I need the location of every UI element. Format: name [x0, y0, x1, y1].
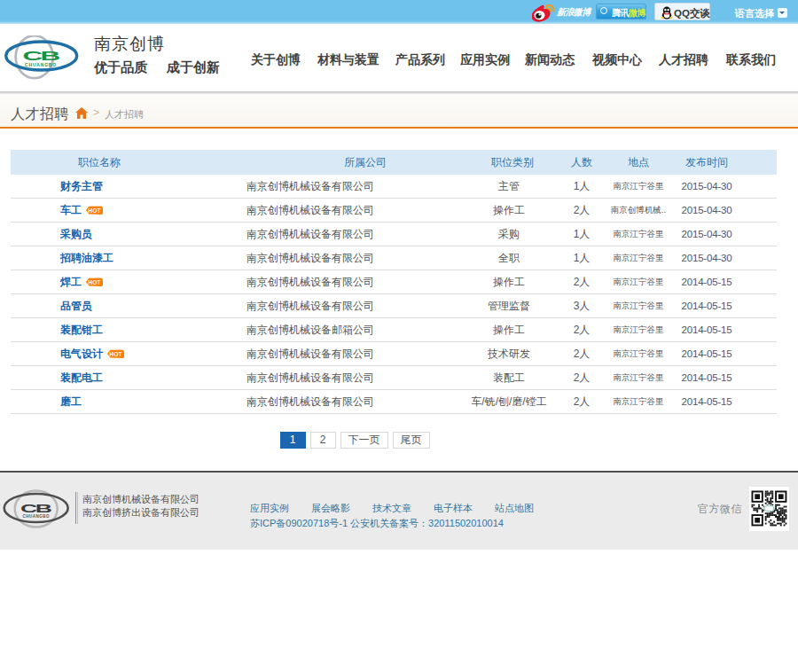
svg-text:CB: CB: [23, 49, 60, 63]
svg-text:CHUANGBO: CHUANGBO: [25, 62, 57, 67]
svg-text:CHUANGBO: CHUANGBO: [22, 514, 50, 519]
svg-text:CB: CB: [20, 502, 52, 514]
